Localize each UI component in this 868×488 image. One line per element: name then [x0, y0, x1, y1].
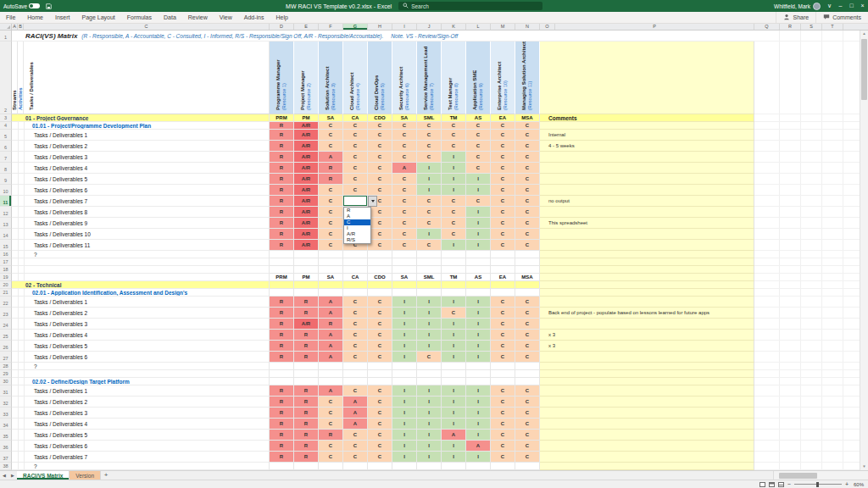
raci-cell[interactable]: C: [343, 385, 368, 396]
raci-cell[interactable]: C: [466, 196, 491, 207]
row-label-cell[interactable]: [12, 258, 270, 266]
raci-cell[interactable]: C: [491, 229, 515, 240]
raci-cell[interactable]: I: [442, 352, 466, 363]
raci-cell[interactable]: [392, 363, 417, 370]
raci-cell[interactable]: C: [491, 163, 515, 174]
column-letter-J[interactable]: J: [417, 24, 442, 30]
dropdown-option-a[interactable]: A: [344, 214, 370, 219]
raci-cell[interactable]: C: [319, 419, 343, 430]
row-label-cell[interactable]: ?: [12, 251, 270, 258]
raci-cell[interactable]: C: [319, 130, 343, 141]
raci-cell[interactable]: EA: [491, 274, 515, 281]
row-label-cell[interactable]: [12, 370, 270, 378]
raci-cell[interactable]: MSA: [515, 114, 540, 122]
comment-cell[interactable]: [540, 430, 754, 441]
raci-cell[interactable]: R: [294, 330, 319, 341]
ribbon-tab-view[interactable]: View: [214, 12, 238, 23]
ribbon-tab-file[interactable]: File: [0, 12, 21, 23]
column-letter-A[interactable]: A: [12, 24, 18, 30]
raci-cell[interactable]: [392, 281, 417, 289]
raci-cell[interactable]: I: [442, 408, 466, 419]
raci-cell[interactable]: PRM: [270, 114, 294, 122]
raci-cell[interactable]: [442, 370, 466, 378]
raci-cell[interactable]: C: [515, 122, 540, 130]
sheet-nav-left-icon[interactable]: ◀: [0, 471, 8, 480]
resource-column-header[interactable]: Solution Architect(Resource 3): [319, 42, 343, 114]
raci-cell[interactable]: C: [368, 419, 392, 430]
dropdown-option-a-r[interactable]: A/R: [344, 231, 370, 237]
raci-cell[interactable]: [392, 378, 417, 385]
raci-cell[interactable]: [491, 251, 515, 258]
raci-cell[interactable]: SML: [417, 274, 442, 281]
raci-cell[interactable]: C: [319, 218, 343, 229]
normal-view-icon[interactable]: [760, 482, 765, 487]
raci-cell[interactable]: C: [392, 185, 417, 196]
comment-cell[interactable]: no output: [540, 196, 754, 207]
row-label-cell[interactable]: Tasks / Deliverables 9: [12, 218, 270, 229]
raci-cell[interactable]: C: [466, 141, 491, 152]
raci-cell[interactable]: C: [515, 152, 540, 163]
row-label-cell[interactable]: Tasks / Deliverables 4: [12, 419, 270, 430]
raci-cell[interactable]: C: [319, 141, 343, 152]
raci-cell[interactable]: C: [491, 319, 515, 330]
raci-cell[interactable]: R: [270, 430, 294, 441]
row-label-cell[interactable]: ?: [12, 363, 270, 370]
raci-cell[interactable]: [417, 258, 442, 266]
raci-cell[interactable]: C: [392, 218, 417, 229]
raci-cell[interactable]: R: [270, 297, 294, 308]
row-label-cell[interactable]: Tasks / Deliverables 6: [12, 441, 270, 452]
raci-cell[interactable]: C: [515, 196, 540, 207]
zoom-level[interactable]: 60%: [852, 482, 864, 487]
comment-cell[interactable]: [540, 251, 754, 258]
raci-cell[interactable]: C: [491, 122, 515, 130]
raci-cell[interactable]: C: [515, 452, 540, 463]
raci-cell[interactable]: I: [466, 229, 491, 240]
raci-cell[interactable]: [319, 370, 343, 378]
raci-cell[interactable]: R: [294, 308, 319, 319]
raci-cell[interactable]: C: [368, 207, 392, 218]
raci-cell[interactable]: R: [294, 441, 319, 452]
raci-cell[interactable]: C: [368, 218, 392, 229]
column-letter-F[interactable]: F: [319, 24, 343, 30]
raci-cell[interactable]: I: [417, 174, 442, 185]
dropdown-button[interactable]: [368, 196, 377, 207]
column-letter-M[interactable]: M: [491, 24, 515, 30]
raci-cell[interactable]: [368, 266, 392, 274]
comment-cell[interactable]: [540, 163, 754, 174]
resource-column-header[interactable]: Managing Solution Architect(Resource 11): [515, 42, 540, 114]
raci-cell[interactable]: I: [417, 408, 442, 419]
raci-cell[interactable]: [417, 363, 442, 370]
raci-cell[interactable]: [319, 266, 343, 274]
raci-cell[interactable]: C: [343, 152, 368, 163]
resource-column-header[interactable]: Cloud DevOps(Resource 5): [368, 42, 392, 114]
raci-cell[interactable]: [442, 363, 466, 370]
raci-cell[interactable]: C: [319, 185, 343, 196]
raci-cell[interactable]: C: [392, 122, 417, 130]
raci-cell[interactable]: I: [392, 385, 417, 396]
raci-cell[interactable]: I: [466, 385, 491, 396]
raci-cell[interactable]: [294, 378, 319, 385]
raci-cell[interactable]: C: [368, 385, 392, 396]
row-number-18[interactable]: 18: [0, 266, 12, 274]
raci-cell[interactable]: C: [319, 441, 343, 452]
raci-cell[interactable]: I: [466, 185, 491, 196]
raci-cell[interactable]: [270, 251, 294, 258]
raci-cell[interactable]: [343, 289, 368, 297]
raci-cell[interactable]: C: [392, 207, 417, 218]
raci-cell[interactable]: A: [343, 408, 368, 419]
raci-cell[interactable]: I: [442, 297, 466, 308]
raci-cell[interactable]: C: [515, 185, 540, 196]
raci-cell[interactable]: I: [442, 163, 466, 174]
raci-cell[interactable]: I: [392, 441, 417, 452]
resource-column-header[interactable]: Security Architect(Resource 6): [392, 42, 417, 114]
page-layout-view-icon[interactable]: [769, 482, 775, 487]
raci-cell[interactable]: A: [319, 152, 343, 163]
raci-cell[interactable]: C: [515, 141, 540, 152]
raci-cell[interactable]: [515, 370, 540, 378]
comment-cell[interactable]: [540, 441, 754, 452]
dropdown-option-r-s[interactable]: R/S: [344, 237, 370, 243]
raci-cell[interactable]: C: [442, 130, 466, 141]
comment-cell[interactable]: [540, 174, 754, 185]
raci-cell[interactable]: C: [515, 419, 540, 430]
raci-cell[interactable]: C: [368, 441, 392, 452]
